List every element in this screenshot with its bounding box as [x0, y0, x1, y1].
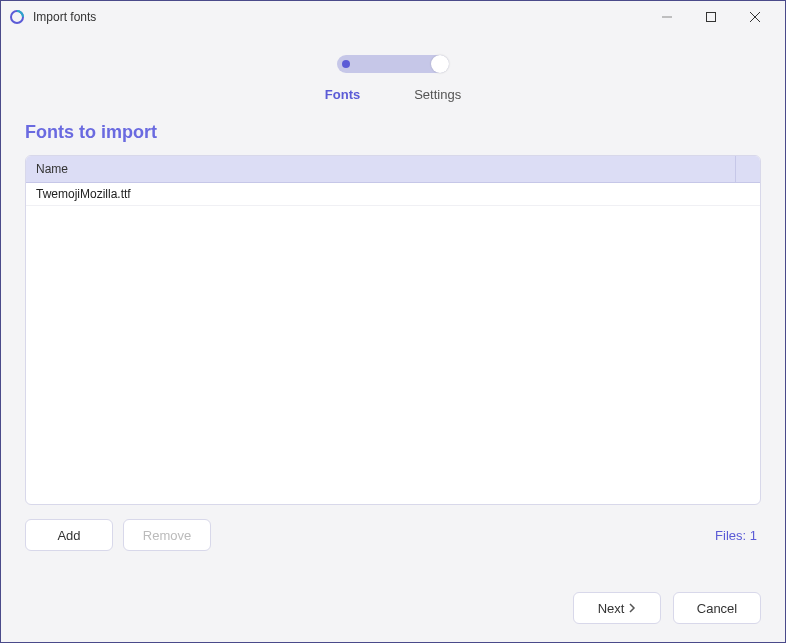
tab-settings[interactable]: Settings [414, 87, 461, 102]
maximize-button[interactable] [689, 3, 733, 31]
window-controls [645, 3, 777, 31]
table-body: TwemojiMozilla.ttf [26, 183, 760, 504]
remove-button[interactable]: Remove [123, 519, 211, 551]
close-button[interactable] [733, 3, 777, 31]
table-row[interactable]: TwemojiMozilla.ttf [26, 183, 760, 206]
tab-area: Fonts Settings [1, 33, 785, 112]
tab-labels: Fonts Settings [325, 87, 461, 102]
toggle-active-indicator [342, 60, 350, 68]
section-title: Fonts to import [1, 112, 785, 155]
tab-fonts[interactable]: Fonts [325, 87, 360, 102]
svg-rect-2 [707, 13, 716, 22]
fonts-table: Name TwemojiMozilla.ttf [25, 155, 761, 505]
toggle-knob [431, 55, 449, 73]
minimize-button[interactable] [645, 3, 689, 31]
app-icon [9, 9, 25, 25]
table-header-name[interactable]: Name [26, 156, 760, 183]
chevron-right-icon [628, 601, 636, 616]
window-title: Import fonts [33, 10, 645, 24]
next-button[interactable]: Next [573, 592, 661, 624]
next-label: Next [598, 601, 625, 616]
add-button[interactable]: Add [25, 519, 113, 551]
files-count: Files: 1 [715, 528, 761, 543]
titlebar: Import fonts [1, 1, 785, 33]
footer-buttons: Next Cancel [573, 592, 761, 624]
actions-row: Add Remove Files: 1 [1, 505, 785, 551]
tab-toggle[interactable] [337, 55, 449, 73]
cancel-button[interactable]: Cancel [673, 592, 761, 624]
